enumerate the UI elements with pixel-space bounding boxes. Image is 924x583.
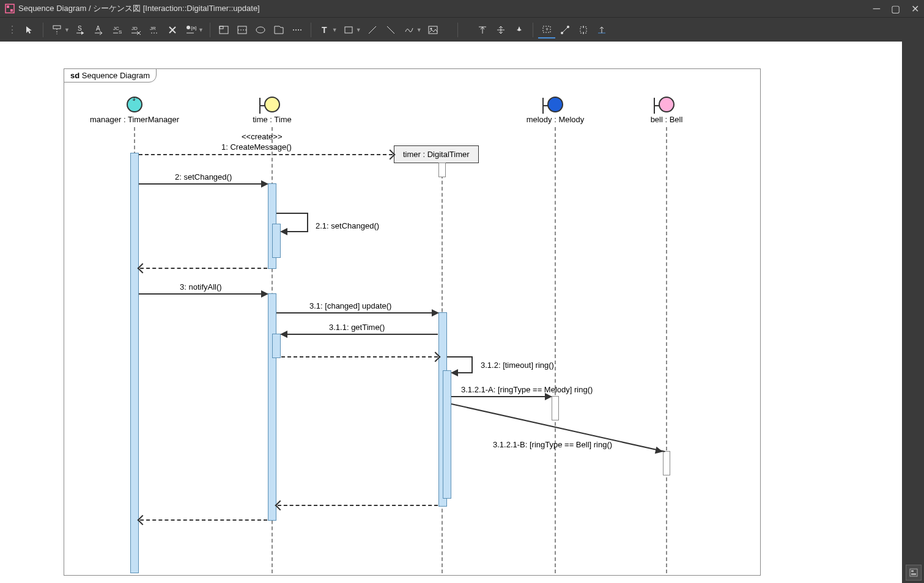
msg-2-return[interactable] <box>140 268 267 269</box>
msg-3[interactable] <box>139 293 267 295</box>
msg-3-1-return[interactable] <box>278 505 438 506</box>
combined-fragment-tool[interactable] <box>234 21 251 38</box>
svg-rect-50 <box>911 573 916 575</box>
sync-message-tool[interactable]: S <box>72 21 89 38</box>
svg-point-33 <box>430 28 432 29</box>
lifeline-melody[interactable]: melody : Melody <box>519 97 592 124</box>
lifeline-label: manager : TimerManager <box>79 115 190 124</box>
line2-tool[interactable] <box>382 21 399 38</box>
activation-time-2[interactable] <box>272 224 281 258</box>
msg-3-1[interactable] <box>276 312 438 314</box>
create-stereotype: <<create>> <box>242 132 283 141</box>
svg-rect-19 <box>220 26 228 34</box>
control-icon: ↶ <box>127 97 142 112</box>
svg-text:JD: JD <box>131 26 138 31</box>
svg-line-31 <box>387 26 394 34</box>
window-title: Sequence Diagram / シーケンス図 [Interaction::… <box>18 3 260 14</box>
app-icon <box>5 4 15 13</box>
freehand-tool[interactable] <box>401 21 418 38</box>
activation-time-3[interactable] <box>268 293 276 521</box>
reply-message-tool[interactable]: JR <box>146 21 163 38</box>
state-invariant-tool[interactable] <box>252 21 269 38</box>
titlebar: Sequence Diagram / シーケンス図 [Interaction::… <box>0 0 924 17</box>
text-dropdown[interactable]: ▼ <box>332 27 338 33</box>
msg-1[interactable] <box>139 154 393 155</box>
vertical-scrollbar[interactable] <box>902 42 924 583</box>
svg-rect-2 <box>10 9 13 12</box>
msg-2-label: 2: setChanged() <box>175 172 232 182</box>
msg-2[interactable] <box>139 183 267 185</box>
toolbar-handle[interactable]: ⋮ <box>7 24 17 35</box>
found-message-tool[interactable]: {a} <box>182 21 199 38</box>
svg-text:S: S <box>78 25 82 32</box>
activation-timer-3[interactable] <box>443 370 451 499</box>
zoom-tool[interactable] <box>556 21 574 38</box>
msg-3-1-1-return[interactable] <box>281 356 438 358</box>
overview-tool[interactable] <box>593 21 610 38</box>
activation-melody[interactable] <box>552 396 559 420</box>
align-mid-tool[interactable] <box>492 21 509 38</box>
close-button[interactable]: ✕ <box>911 3 919 15</box>
fit-tool[interactable]: + <box>538 21 555 38</box>
frame-tool[interactable] <box>215 21 232 38</box>
svg-rect-1 <box>7 6 9 8</box>
maximize-button[interactable]: ▢ <box>891 3 900 15</box>
svg-rect-21 <box>238 26 246 34</box>
svg-point-23 <box>256 27 265 33</box>
diagram-canvas[interactable]: sd Sequence Diagram ↶ manager : TimerMan… <box>0 42 902 583</box>
activation-manager[interactable] <box>130 153 139 573</box>
pointer-tool[interactable] <box>21 21 38 38</box>
lifeline-label: melody : Melody <box>519 115 592 124</box>
msg-3-1-2-1a[interactable] <box>451 396 551 397</box>
boundary-icon <box>547 97 563 112</box>
svg-point-16 <box>187 26 190 29</box>
curve-dropdown[interactable]: ▼ <box>416 27 422 33</box>
activation-bell[interactable] <box>663 451 670 475</box>
svg-text:T: T <box>322 25 327 35</box>
lifeline-tool[interactable] <box>48 21 65 38</box>
async-message-tool[interactable]: A <box>91 21 108 38</box>
svg-rect-29 <box>345 27 352 33</box>
svg-text:{a}: {a} <box>191 25 196 31</box>
activation-time-4[interactable] <box>272 334 281 358</box>
lifeline-time[interactable]: time : Time <box>245 97 300 124</box>
align-top-tool[interactable] <box>474 21 491 38</box>
rect-tool[interactable] <box>340 21 357 38</box>
svg-line-30 <box>369 26 376 34</box>
msg-3-label: 3: notifyAll() <box>180 282 222 292</box>
svg-text:+: + <box>545 26 549 32</box>
crop-tool[interactable] <box>575 21 592 38</box>
lifeline-manager[interactable]: ↶ manager : TimerManager <box>79 97 190 124</box>
lifeline-dropdown[interactable]: ▼ <box>64 27 70 33</box>
line-tool[interactable] <box>364 21 381 38</box>
svg-text:S: S <box>119 29 122 35</box>
diagram-canvas-container: sd Sequence Diagram ↶ manager : TimerMan… <box>0 42 902 583</box>
boundary-icon <box>659 97 675 112</box>
activation-timer-create[interactable] <box>438 163 446 177</box>
text-tool[interactable]: T <box>316 21 333 38</box>
note-tool[interactable] <box>289 21 306 38</box>
lifeline-timer[interactable]: timer : DigitalTimer <box>394 145 479 163</box>
svg-point-27 <box>300 29 301 31</box>
overview-button[interactable] <box>906 565 922 581</box>
msg-3-1-1[interactable] <box>281 334 438 335</box>
destroy-tool[interactable] <box>164 21 181 38</box>
create-message-tool[interactable]: JCS <box>109 21 126 38</box>
svg-text:A: A <box>96 25 100 32</box>
image-tool[interactable] <box>424 21 442 38</box>
svg-rect-49 <box>911 570 914 572</box>
lifeline-dash-melody <box>555 127 556 573</box>
interaction-use-tool[interactable] <box>270 21 287 38</box>
msg-1-label: 1: CreateMessage() <box>221 142 292 152</box>
sequence-frame[interactable]: sd Sequence Diagram <box>64 68 761 576</box>
rect-dropdown[interactable]: ▼ <box>356 27 361 33</box>
lifeline-label: time : Time <box>245 115 300 124</box>
pin-tool[interactable] <box>511 21 528 38</box>
minimize-button[interactable]: ─ <box>873 3 880 15</box>
svg-rect-48 <box>910 569 917 576</box>
msg-3-return[interactable] <box>140 519 267 521</box>
destroy-message-tool[interactable]: JD <box>127 21 144 38</box>
message-dropdown[interactable]: ▼ <box>198 27 204 33</box>
lifeline-bell[interactable]: bell : Bell <box>642 97 691 124</box>
lifeline-dash-bell <box>666 127 667 573</box>
